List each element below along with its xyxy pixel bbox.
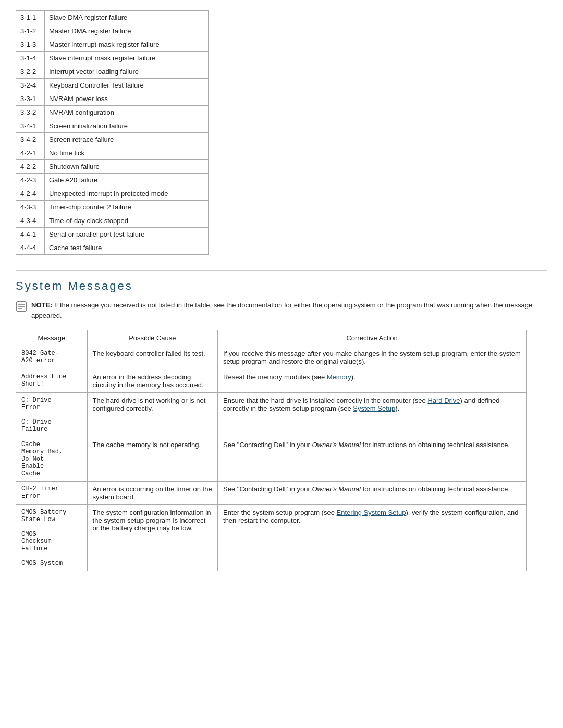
section-divider	[16, 270, 547, 271]
beep-description: Timer-chip counter 2 failure	[45, 201, 209, 214]
msg-cell: CMOS Battery State Low CMOS Checksum Fai…	[16, 505, 88, 571]
beep-code: 3-4-2	[16, 133, 45, 146]
cause-cell: An error in the address decoding circuit…	[87, 369, 217, 393]
beep-table-row: 4-2-4 Unexpected interrupt in protected …	[16, 187, 209, 201]
msg-cell: CH-2 Timer Error	[16, 482, 88, 505]
table-row: C: Drive Error C: Drive Failure The hard…	[16, 393, 527, 437]
table-row: CMOS Battery State Low CMOS Checksum Fai…	[16, 505, 527, 571]
beep-table-row: 4-4-1 Serial or parallel port test failu…	[16, 228, 209, 241]
cause-cell: The keyboard controller failed its test.	[87, 346, 217, 369]
beep-code: 3-3-2	[16, 106, 45, 119]
beep-description: Cache test failure	[45, 241, 209, 255]
beep-description: Shutdown failure	[45, 160, 209, 174]
action-cell: See "Contacting Dell" in your Owner's Ma…	[218, 482, 527, 505]
cause-cell: The system configuration information in …	[87, 505, 217, 571]
beep-table-row: 3-3-1 NVRAM power loss	[16, 92, 209, 106]
col-header-action: Corrective Action	[218, 330, 527, 346]
note-body: If the message you received is not liste…	[31, 301, 532, 319]
action-cell: Enter the system setup program (see Ente…	[218, 505, 527, 571]
beep-table-row: 3-3-2 NVRAM configuration	[16, 106, 209, 119]
action-cell: If you receive this message after you ma…	[218, 346, 527, 369]
beep-code: 4-3-4	[16, 214, 45, 228]
action-cell: Ensure that the hard drive is installed …	[218, 393, 527, 437]
beep-description: NVRAM configuration	[45, 106, 209, 119]
hard-drive-link[interactable]: Hard Drive	[427, 397, 460, 404]
beep-code: 4-2-2	[16, 160, 45, 174]
beep-table-row: 4-3-3 Timer-chip counter 2 failure	[16, 201, 209, 214]
beep-description: Master interrupt mask register failure	[45, 38, 209, 52]
beep-table-row: 4-2-1 No time tick	[16, 146, 209, 160]
beep-table-row: 4-3-4 Time-of-day clock stopped	[16, 214, 209, 228]
action-cell: See "Contacting Dell" in your Owner's Ma…	[218, 437, 527, 482]
msg-cell: Address Line Short!	[16, 369, 88, 393]
beep-code: 3-1-4	[16, 52, 45, 65]
msg-cell: C: Drive Error C: Drive Failure	[16, 393, 88, 437]
table-header-row: Message Possible Cause Corrective Action	[16, 330, 527, 346]
note-icon	[16, 301, 27, 312]
beep-code: 3-1-3	[16, 38, 45, 52]
beep-table-row: 4-2-3 Gate A20 failure	[16, 174, 209, 187]
beep-description: Screen retrace failure	[45, 133, 209, 146]
beep-code: 3-2-4	[16, 79, 45, 92]
beep-code: 3-2-2	[16, 65, 45, 79]
beep-description: Master DMA register failure	[45, 24, 209, 38]
beep-description: Screen initialization failure	[45, 119, 209, 133]
beep-table-row: 3-4-2 Screen retrace failure	[16, 133, 209, 146]
beep-code: 3-1-2	[16, 24, 45, 38]
entering-system-setup-link[interactable]: Entering System Setup	[337, 509, 406, 516]
beep-code-table: 3-1-1 Slave DMA register failure 3-1-2 M…	[16, 10, 209, 255]
beep-table-row: 3-4-1 Screen initialization failure	[16, 119, 209, 133]
system-setup-link[interactable]: System Setup	[353, 404, 395, 412]
note-label: NOTE:	[31, 301, 52, 309]
section-title: System Messages	[16, 279, 547, 293]
table-row: Address Line Short! An error in the addr…	[16, 369, 527, 393]
beep-table-row: 3-2-2 Interrupt vector loading failure	[16, 65, 209, 79]
beep-table-row: 3-1-3 Master interrupt mask register fai…	[16, 38, 209, 52]
beep-description: Slave interrupt mask register failure	[45, 52, 209, 65]
note-content: NOTE: If the message you received is not…	[31, 300, 547, 320]
beep-table-row: 3-1-1 Slave DMA register failure	[16, 11, 209, 24]
col-header-message: Message	[16, 330, 88, 346]
beep-code: 3-3-1	[16, 92, 45, 106]
beep-description: No time tick	[45, 146, 209, 160]
beep-code: 4-2-4	[16, 187, 45, 201]
beep-code: 4-2-1	[16, 146, 45, 160]
beep-code: 4-2-3	[16, 174, 45, 187]
beep-description: Unexpected interrupt in protected mode	[45, 187, 209, 201]
beep-code: 4-4-4	[16, 241, 45, 255]
table-row: CH-2 Timer Error An error is occurring o…	[16, 482, 527, 505]
beep-description: Gate A20 failure	[45, 174, 209, 187]
note-box: NOTE: If the message you received is not…	[16, 300, 547, 320]
beep-description: Slave DMA register failure	[45, 11, 209, 24]
action-cell: Reseat the memory modules (see Memory).	[218, 369, 527, 393]
beep-code: 3-4-1	[16, 119, 45, 133]
beep-table-row: 3-2-4 Keyboard Controller Test failure	[16, 79, 209, 92]
beep-code: 4-4-1	[16, 228, 45, 241]
memory-link[interactable]: Memory	[327, 373, 351, 381]
beep-table-row: 3-1-2 Master DMA register failure	[16, 24, 209, 38]
col-header-cause: Possible Cause	[87, 330, 217, 346]
cause-cell: The cache memory is not operating.	[87, 437, 217, 482]
table-row: Cache Memory Bad, Do Not Enable Cache Th…	[16, 437, 527, 482]
msg-cell: 8042 Gate- A20 error	[16, 346, 88, 369]
beep-table-row: 4-2-2 Shutdown failure	[16, 160, 209, 174]
beep-table-row: 3-1-4 Slave interrupt mask register fail…	[16, 52, 209, 65]
beep-description: NVRAM power loss	[45, 92, 209, 106]
beep-code: 3-1-1	[16, 11, 45, 24]
table-row: 8042 Gate- A20 error The keyboard contro…	[16, 346, 527, 369]
cause-cell: The hard drive is not working or is not …	[87, 393, 217, 437]
system-messages-table: Message Possible Cause Corrective Action…	[16, 330, 527, 571]
beep-description: Serial or parallel port test failure	[45, 228, 209, 241]
beep-table-row: 4-4-4 Cache test failure	[16, 241, 209, 255]
beep-description: Time-of-day clock stopped	[45, 214, 209, 228]
beep-code: 4-3-3	[16, 201, 45, 214]
beep-description: Keyboard Controller Test failure	[45, 79, 209, 92]
msg-cell: Cache Memory Bad, Do Not Enable Cache	[16, 437, 88, 482]
cause-cell: An error is occurring on the timer on th…	[87, 482, 217, 505]
beep-description: Interrupt vector loading failure	[45, 65, 209, 79]
